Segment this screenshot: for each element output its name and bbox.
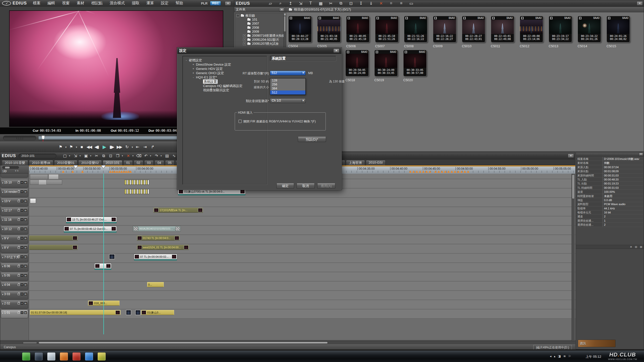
- expand-toggle-icon[interactable]: +: [243, 42, 246, 45]
- timeline-clip-01(象山3..[interactable]: 01(象山3...: [141, 310, 174, 315]
- bin-clip-C5018[interactable]: 8AA000:29:58;0500:30:24;09C5018: [345, 50, 371, 82]
- track-header-12-17[interactable]: 12 17∨▤: [1, 208, 28, 216]
- timeline-marker-icon[interactable]: [409, 170, 412, 173]
- timeline-clip[interactable]: [29, 245, 78, 250]
- timeline-clip-0...[interactable]: 0...: [147, 282, 164, 287]
- export-icon[interactable]: ⇲: [298, 1, 303, 6]
- scale-spinner-icons[interactable]: ∨∧: [15, 169, 19, 172]
- track-header-5-05[interactable]: 5 05∨▤: [1, 273, 28, 281]
- timeline-clip[interactable]: [109, 254, 115, 259]
- tray-icon-5[interactable]: ⚐: [568, 354, 571, 358]
- timeline-marker-icon[interactable]: [444, 170, 447, 173]
- sync-icon[interactable]: ∨: [21, 302, 23, 305]
- app-taskbar-icon-2[interactable]: [35, 352, 43, 360]
- lock-icon[interactable]: [18, 228, 20, 230]
- sync-icon[interactable]: ∨: [21, 283, 23, 286]
- bin-tree-item[interactable]: +20091207煙火試放: [235, 42, 284, 46]
- dropdown-icon[interactable]: ▾: [132, 154, 135, 157]
- playhead-head-icon[interactable]: [101, 165, 106, 168]
- settings-dialog-titlebar[interactable]: 設定 ✕: [177, 48, 341, 54]
- sync-icon[interactable]: ∨: [21, 311, 23, 314]
- bin-clip-C5005[interactable]: 8AA000:21:03;1800:21:40;05C5005: [317, 16, 342, 48]
- undo-icon[interactable]: ↶: [143, 154, 149, 158]
- timeline-clip[interactable]: [125, 180, 149, 185]
- menu-item-9[interactable]: 設定: [157, 1, 172, 6]
- sequence-tab-上海世博[interactable]: 上海世博: [346, 160, 365, 166]
- sequence-tab-03[interactable]: 03: [144, 160, 154, 165]
- ie-icon[interactable]: [85, 352, 93, 360]
- track-header-1-01[interactable]: 1 01∨▤: [1, 310, 28, 318]
- combo-arrow-icon[interactable]: ▼: [301, 99, 305, 102]
- track-header-14-render[interactable]: 14 render∨▤: [1, 189, 28, 197]
- timeline-clip-01743 T[interactable]: 01743 TL [In:00:04:0...: [137, 236, 180, 241]
- timeline-marker-icon[interactable]: [441, 170, 443, 173]
- dropdown-icon[interactable]: ▾: [75, 144, 78, 151]
- sync-icon[interactable]: ∨: [21, 246, 23, 249]
- expand-toggle-icon[interactable]: -: [236, 14, 239, 17]
- pane-icon-1[interactable]: ⊞: [640, 245, 642, 249]
- timeline-clip-west1524[interactable]: west1524_01 TL [In:00:04:00...: [137, 245, 189, 250]
- scroll-up-icon[interactable]: ▲: [284, 13, 286, 16]
- sync-icon[interactable]: ∨: [21, 237, 23, 240]
- timeline-clip-07 TL [[interactable]: 07 TL [In:00:03:46:12 Out:00...: [64, 226, 116, 231]
- information-tab[interactable]: 資訊: [580, 341, 586, 346]
- bin-clip-C5004[interactable]: 8AA000:19:44;2700:20:13;28C5004: [288, 16, 313, 48]
- track-header-15-10[interactable]: 15 10∨▤: [1, 180, 28, 188]
- timeline-marker-icon[interactable]: [71, 170, 74, 173]
- dropdown-icon[interactable]: ▾: [64, 144, 67, 151]
- play-icon[interactable]: ▶: [100, 144, 108, 151]
- bin-tree-item[interactable]: +2009: [235, 30, 284, 34]
- sequence-tab-2010音樂01[interactable]: 2010音樂01: [54, 160, 77, 166]
- film-icon[interactable]: ▤: [24, 190, 27, 193]
- timeline-clip[interactable]: [29, 236, 78, 241]
- title-icon[interactable]: T: [308, 1, 313, 6]
- pin-icon[interactable]: ↧: [358, 1, 364, 6]
- default-button[interactable]: 預設(D)*: [298, 137, 326, 142]
- film-icon[interactable]: ▤: [24, 228, 27, 230]
- timeline-clip[interactable]: [95, 263, 111, 268]
- lock-icon[interactable]: [18, 247, 20, 249]
- lock-icon[interactable]: [18, 200, 20, 202]
- settings-tree-item[interactable]: -硬體設定: [183, 58, 267, 62]
- clip-thumbnail[interactable]: 8AA000:21:03;1800:21:40;05: [317, 16, 341, 42]
- timeline-vertical-scrollbar[interactable]: [572, 174, 575, 341]
- timeline-clip-01:51:37[interactable]: 01:51:37:09 Dur:00:00:38:18]: [30, 310, 120, 315]
- timeline-clip[interactable]: [126, 310, 131, 315]
- timeline-marker-icon[interactable]: [419, 170, 421, 173]
- timeline-marker-icon[interactable]: [457, 170, 460, 173]
- menu-item-5[interactable]: 標記點: [88, 1, 106, 6]
- menu-item-8[interactable]: 運算: [143, 1, 157, 6]
- combo-arrow-icon[interactable]: ▼: [301, 71, 305, 75]
- sync-icon[interactable]: ∨: [21, 181, 23, 184]
- dropdown-icon[interactable]: ▾: [131, 144, 134, 151]
- timeline-clip[interactable]: [30, 174, 48, 179]
- bin-clip-C5010[interactable]: 8AA000:22:28;2700:22:43;01C5010: [462, 16, 487, 48]
- film-icon[interactable]: ▤: [24, 246, 27, 249]
- stop-icon[interactable]: ■: [78, 144, 85, 151]
- lock-icon[interactable]: [18, 182, 20, 184]
- expand-toggle-icon[interactable]: -: [185, 58, 187, 62]
- sequence-tab-2010-前導ok[interactable]: 2010-前導ok: [29, 160, 53, 166]
- expand-toggle-icon[interactable]: +: [192, 71, 194, 75]
- lock-icon[interactable]: [18, 209, 20, 211]
- menu-item-2[interactable]: 編輯: [44, 1, 59, 6]
- colorbar-icon[interactable]: ▦: [318, 1, 324, 6]
- tray-icon-2[interactable]: ▴: [554, 354, 555, 358]
- expand-toggle-icon[interactable]: +: [243, 38, 246, 41]
- player-mode-button[interactable]: PLR: [200, 2, 209, 5]
- rt-buffer-dropdown-list[interactable]: 128256384512: [270, 78, 306, 95]
- sequence-tab-2010-101[interactable]: 2010-101: [103, 160, 123, 165]
- sync-icon[interactable]: ∨: [21, 200, 23, 202]
- dropdown-icon[interactable]: ▾: [160, 154, 163, 157]
- bin-clip-C5020[interactable]: 8AA000:30:33;0500:30:57;00C5020: [403, 50, 428, 82]
- timeline-marker-icon[interactable]: [425, 170, 428, 173]
- bin-tree-item[interactable]: +20091204-5D2影片: [235, 38, 284, 42]
- view-mode-icon[interactable]: ≡: [398, 1, 404, 6]
- fast-forward-icon[interactable]: ▶▶: [115, 144, 123, 151]
- pane-icon-2[interactable]: ⊟: [635, 245, 637, 249]
- shuttle-slider[interactable]: [3, 136, 36, 140]
- tray-icon-3[interactable]: ◨: [558, 354, 561, 358]
- settings-tree-item[interactable]: +Generic HDV 設定: [183, 67, 267, 71]
- timeline-clip-01(象山370[interactable]: 01(象山3700)-ok TL [In:00:04:0...: [178, 189, 245, 194]
- sync-icon[interactable]: ∨: [21, 293, 23, 295]
